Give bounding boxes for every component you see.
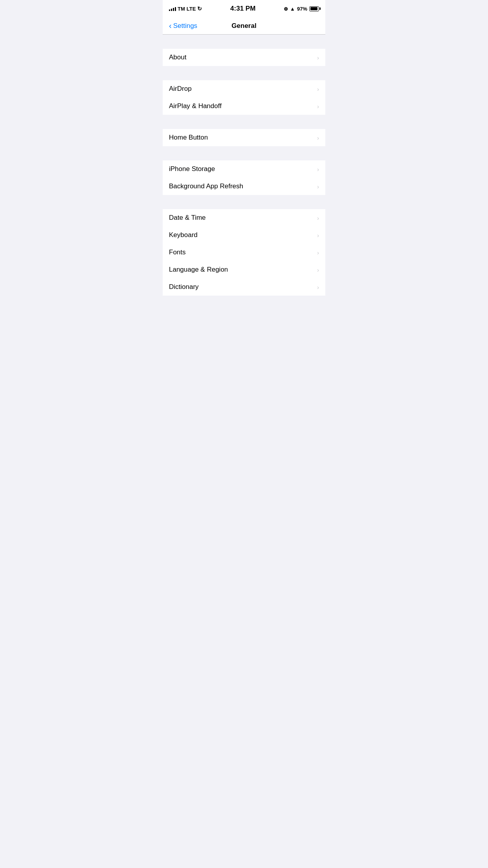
signal-bar-1 <box>169 9 170 11</box>
signal-bars <box>169 6 176 11</box>
background-app-refresh-right: › <box>317 183 319 190</box>
background-app-refresh-row[interactable]: Background App Refresh › <box>163 178 325 195</box>
keyboard-chevron-icon: › <box>317 232 319 239</box>
date-time-chevron-icon: › <box>317 215 319 221</box>
battery-icon <box>309 6 319 11</box>
about-chevron-icon: › <box>317 54 319 61</box>
signal-bar-3 <box>173 8 174 11</box>
airplay-handoff-row[interactable]: AirPlay & Handoff › <box>163 97 325 115</box>
date-time-row[interactable]: Date & Time › <box>163 209 325 226</box>
fonts-row[interactable]: Fonts › <box>163 244 325 261</box>
keyboard-row[interactable]: Keyboard › <box>163 226 325 244</box>
signal-bar-4 <box>175 7 176 11</box>
fonts-chevron-icon: › <box>317 249 319 256</box>
signal-bar-2 <box>171 9 172 11</box>
status-left: TM LTE ↻ <box>169 6 202 12</box>
fonts-label: Fonts <box>169 248 186 256</box>
background-app-refresh-label: Background App Refresh <box>169 182 243 190</box>
dictionary-label: Dictionary <box>169 283 199 291</box>
battery-fill <box>310 7 317 10</box>
section-about: About › <box>163 49 325 66</box>
status-time: 4:31 PM <box>230 5 255 13</box>
date-time-label: Date & Time <box>169 214 206 222</box>
airdrop-label: AirDrop <box>169 85 192 93</box>
home-button-label: Home Button <box>169 134 208 142</box>
back-button[interactable]: ‹ Settings <box>169 22 197 30</box>
section-system: Date & Time › Keyboard › Fonts › Languag… <box>163 209 325 296</box>
section-home: Home Button › <box>163 129 325 146</box>
back-chevron-icon: ‹ <box>169 22 172 29</box>
about-label: About <box>169 53 186 61</box>
section-gap-3 <box>163 146 325 160</box>
airdrop-right: › <box>317 86 319 92</box>
hotspot-icon: ↻ <box>197 6 202 12</box>
iphone-storage-label: iPhone Storage <box>169 165 215 173</box>
section-gap-1 <box>163 66 325 80</box>
iphone-storage-row[interactable]: iPhone Storage › <box>163 160 325 178</box>
dictionary-right: › <box>317 284 319 291</box>
language-region-chevron-icon: › <box>317 267 319 273</box>
keyboard-right: › <box>317 232 319 239</box>
about-row[interactable]: About › <box>163 49 325 66</box>
nav-bar: ‹ Settings General <box>163 17 325 35</box>
carrier-label: TM <box>178 6 185 12</box>
language-region-label: Language & Region <box>169 266 228 274</box>
iphone-storage-right: › <box>317 166 319 173</box>
dictionary-chevron-icon: › <box>317 284 319 291</box>
battery-percent: 97% <box>297 6 307 12</box>
home-button-right: › <box>317 134 319 141</box>
back-label: Settings <box>173 22 197 30</box>
section-gap-2 <box>163 115 325 129</box>
keyboard-label: Keyboard <box>169 231 198 239</box>
fonts-right: › <box>317 249 319 256</box>
section-connectivity: AirDrop › AirPlay & Handoff › <box>163 80 325 115</box>
language-region-right: › <box>317 267 319 273</box>
date-time-right: › <box>317 215 319 221</box>
section-gap-4 <box>163 195 325 209</box>
dictionary-row[interactable]: Dictionary › <box>163 278 325 296</box>
about-right: › <box>317 54 319 61</box>
airdrop-row[interactable]: AirDrop › <box>163 80 325 97</box>
language-region-row[interactable]: Language & Region › <box>163 261 325 278</box>
location-icon: ▲ <box>290 6 295 12</box>
airplay-handoff-chevron-icon: › <box>317 103 319 110</box>
home-button-chevron-icon: › <box>317 134 319 141</box>
battery-container <box>309 6 319 11</box>
airplay-handoff-label: AirPlay & Handoff <box>169 102 222 110</box>
status-bar: TM LTE ↻ 4:31 PM ⊕ ▲ 97% <box>163 0 325 17</box>
status-right: ⊕ ▲ 97% <box>284 6 319 12</box>
section-gap-top <box>163 35 325 49</box>
home-button-row[interactable]: Home Button › <box>163 129 325 146</box>
page-title: General <box>231 22 256 30</box>
airplay-handoff-right: › <box>317 103 319 110</box>
airdrop-chevron-icon: › <box>317 86 319 92</box>
screen-time-icon: ⊕ <box>284 6 288 12</box>
network-label: LTE <box>187 6 196 12</box>
iphone-storage-chevron-icon: › <box>317 166 319 173</box>
section-storage: iPhone Storage › Background App Refresh … <box>163 160 325 195</box>
background-app-refresh-chevron-icon: › <box>317 183 319 190</box>
